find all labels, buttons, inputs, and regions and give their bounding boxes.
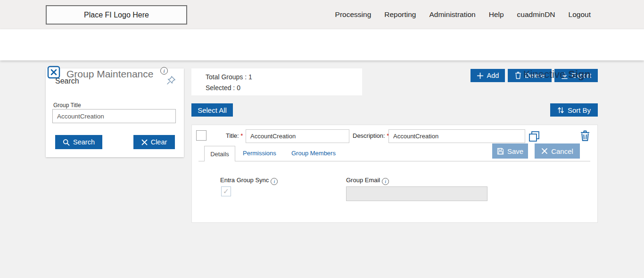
group-email-label-text: Group Email — [346, 177, 380, 184]
title-required-marker: * — [240, 132, 243, 139]
group-email-info-icon[interactable]: i — [382, 178, 389, 185]
screen: Place FI Logo Here Processing Reporting … — [0, 0, 644, 278]
group-email-input[interactable] — [346, 186, 487, 201]
copy-icon[interactable] — [528, 131, 540, 142]
sort-by-button[interactable]: Sort By — [550, 103, 598, 117]
entra-group-sync-label: Entra Group Synci — [220, 177, 278, 185]
clear-button[interactable]: Clear — [133, 135, 175, 149]
group-row: Title: * Description: * Detai — [191, 125, 598, 223]
plus-icon — [477, 72, 484, 79]
group-maintenance-icon — [47, 66, 60, 79]
sort-icon — [557, 107, 564, 114]
title-label-text: Title: — [226, 132, 239, 139]
entra-label-text: Entra Group Sync — [220, 177, 269, 184]
brand-bold: Sign — [568, 68, 591, 80]
pin-icon[interactable] — [166, 75, 176, 85]
sort-by-label: Sort By — [568, 106, 591, 114]
cancel-button-label: Cancel — [551, 147, 573, 155]
clear-button-label: Clear — [151, 138, 167, 146]
nav-logout[interactable]: Logout — [569, 10, 591, 19]
trash-icon — [515, 72, 521, 79]
select-all-label: Select All — [198, 106, 227, 114]
description-input[interactable] — [388, 129, 525, 143]
description-label-text: Description: — [353, 132, 385, 139]
save-button-label: Save — [507, 147, 523, 155]
search-icon — [63, 139, 70, 146]
fi-logo-text: Place FI Logo Here — [84, 11, 149, 19]
tab-details[interactable]: Details — [204, 146, 235, 161]
brand-logo: Kinective Sign — [523, 68, 591, 81]
top-bar: Place FI Logo Here Processing Reporting … — [0, 0, 644, 29]
tab-permissions[interactable]: Permissions — [243, 150, 276, 157]
top-nav: Processing Reporting Administration Help… — [335, 0, 591, 29]
total-groups-text: Total Groups : 1 — [206, 73, 252, 81]
add-button-label: Add — [487, 72, 499, 79]
group-title-input[interactable] — [52, 109, 176, 123]
title-input[interactable] — [246, 129, 349, 143]
nav-administration[interactable]: Administration — [429, 10, 475, 19]
tabs-divider — [198, 161, 590, 161]
save-icon — [497, 148, 504, 155]
save-button[interactable]: Save — [492, 143, 528, 159]
select-all-button[interactable]: Select All — [191, 103, 233, 117]
search-panel: Search Group Title Search Clear — [46, 68, 184, 157]
selected-count-text: Selected : 0 — [206, 84, 240, 92]
page-title: Group Maintenance — [66, 68, 153, 80]
description-label: Description: * — [353, 132, 389, 139]
x-icon — [141, 139, 148, 145]
page-header: Group Maintenance i Kinective Sign — [0, 29, 644, 60]
page-title-info-icon[interactable]: i — [160, 67, 168, 75]
groups-summary: Total Groups : 1 Selected : 0 — [191, 68, 362, 95]
group-title-label: Group Title — [53, 102, 81, 109]
title-label: Title: * — [226, 132, 243, 139]
brand-regular: Kinective — [523, 68, 568, 80]
search-button-label: Search — [73, 138, 95, 146]
cancel-x-icon — [541, 148, 548, 154]
nav-processing[interactable]: Processing — [335, 10, 372, 19]
add-button[interactable]: Add — [471, 69, 505, 82]
nav-user-cuadminDN[interactable]: cuadminDN — [517, 10, 555, 19]
group-email-label: Group Emaili — [346, 177, 389, 185]
fi-logo-placeholder: Place FI Logo Here — [46, 5, 187, 25]
entra-info-icon[interactable]: i — [271, 178, 278, 185]
nav-help[interactable]: Help — [489, 10, 504, 19]
search-button[interactable]: Search — [55, 135, 102, 149]
tab-group-members[interactable]: Group Members — [291, 150, 336, 157]
entra-group-sync-checkbox[interactable]: ✓ — [221, 186, 231, 196]
cancel-button[interactable]: Cancel — [535, 143, 580, 159]
group-row-checkbox[interactable] — [196, 130, 206, 141]
nav-reporting[interactable]: Reporting — [384, 10, 416, 19]
row-trash-icon[interactable] — [580, 130, 590, 142]
